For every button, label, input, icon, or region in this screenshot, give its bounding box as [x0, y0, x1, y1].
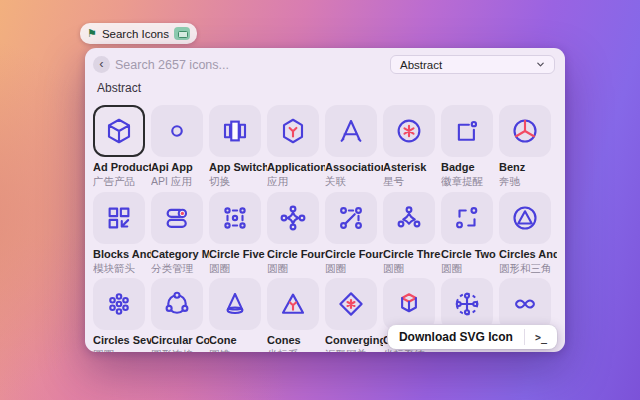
icon-cell-circle-two-line: Circle Two L...圆圈 [441, 192, 499, 279]
icon-search-panel: ‹ Search 2657 icons... Abstract Abstract… [85, 48, 565, 352]
terminal-prompt-icon[interactable]: >_ [525, 325, 557, 349]
cross-ring-icon [452, 289, 482, 319]
association-icon [336, 116, 366, 146]
icon-cell-cone: Cone圆锥 [209, 278, 267, 352]
icon-cell-circle-five-line: Circle Five L...圆圈 [209, 192, 267, 279]
icon-card-circles-and-triangles[interactable] [499, 192, 551, 244]
icon-cell-application: Application...应用 [267, 105, 325, 192]
icon-label-zh: 模块箭头 [93, 262, 151, 275]
icon-cell-circles-and-triangles: Circles And...圆形和三角 [499, 192, 557, 279]
icon-card-circle-three[interactable] [383, 192, 435, 244]
circular-connection-icon [162, 289, 192, 319]
coordinate-system-icon [394, 289, 424, 319]
icon-card-category-management[interactable] [151, 192, 203, 244]
icon-label-zh: 星号 [383, 175, 441, 188]
icon-label: Cones [267, 334, 325, 347]
icon-card-circle-two-line[interactable] [441, 192, 493, 244]
icon-card-benz[interactable] [499, 105, 551, 157]
icon-card-blocks-and-arrows[interactable] [93, 192, 145, 244]
converging-gateway-icon [336, 289, 366, 319]
icon-cell-circle-four: Circle Four圆圈 [267, 192, 325, 279]
search-input[interactable]: Search 2657 icons... [115, 58, 229, 72]
icon-card-asterisk[interactable] [383, 105, 435, 157]
icon-card-cone[interactable] [209, 278, 261, 330]
circle-three-icon [394, 203, 424, 233]
icon-label-zh: 圆锥 [209, 348, 267, 352]
icon-cell-circles-seven: Circles Seven圆圈 [93, 278, 151, 352]
icon-card-circular-connection[interactable] [151, 278, 203, 330]
flag-icon: ⚑ [87, 28, 97, 39]
icon-label: Circle Two L... [441, 248, 499, 261]
icon-label: Circle Five L... [209, 248, 267, 261]
icon-label: Category M... [151, 248, 209, 261]
circle-five-line-icon [220, 203, 250, 233]
ad-product-icon [104, 116, 134, 146]
cones-icon [278, 289, 308, 319]
api-app-icon [162, 116, 192, 146]
icon-card-badge[interactable] [441, 105, 493, 157]
icon-card-converging-gateway[interactable] [325, 278, 377, 330]
category-dropdown-value: Abstract [400, 59, 442, 71]
icon-card-circle-four-line[interactable] [325, 192, 377, 244]
benz-icon [510, 116, 540, 146]
icon-card-cones[interactable] [267, 278, 319, 330]
icon-card-app-switch[interactable] [209, 105, 261, 157]
icon-label-zh: 徽章提醒 [441, 175, 499, 188]
icon-label: Converging... [325, 334, 383, 347]
section-title: Abstract [97, 81, 141, 95]
icon-card-circle-five-line[interactable] [209, 192, 261, 244]
circles-seven-icon [104, 289, 134, 319]
icon-label: Badge [441, 161, 499, 174]
icon-card-coordinate-system[interactable] [383, 278, 435, 330]
icon-label: Ad Product [93, 161, 151, 174]
icon-cell-category-management: Category M...分类管理 [151, 192, 209, 279]
mobius-icon [510, 289, 540, 319]
chevron-down-icon [536, 60, 545, 69]
icon-label-zh: API 应用 [151, 175, 209, 188]
icon-card-circles-seven[interactable] [93, 278, 145, 330]
icon-label: App Switch [209, 161, 267, 174]
icon-cell-benz: Benz奔驰 [499, 105, 557, 192]
icon-card-association[interactable] [325, 105, 377, 157]
icon-label: Cone [209, 334, 267, 347]
icon-label-zh: 圆圈 [93, 348, 151, 352]
icon-card-mobius[interactable] [499, 278, 551, 330]
download-svg-button[interactable]: Download SVG Icon >_ [388, 325, 557, 349]
icon-cell-api-app: Api AppAPI 应用 [151, 105, 209, 192]
icon-label: Asterisk [383, 161, 441, 174]
icon-cell-ad-product: Ad Product广告产品 [93, 105, 151, 192]
icon-cell-blocks-and-arrows: Blocks And...模块箭头 [93, 192, 151, 279]
icon-label: Circle Four [267, 248, 325, 261]
circle-four-icon [278, 203, 308, 233]
icon-cell-circular-connection: Circular Con...圆形连接 [151, 278, 209, 352]
icon-label-zh: 圆形和三角 [499, 262, 557, 275]
icon-card-circle-four[interactable] [267, 192, 319, 244]
icon-card-application[interactable] [267, 105, 319, 157]
icon-card-api-app[interactable] [151, 105, 203, 157]
icon-cell-cones: Cones坐标系 [267, 278, 325, 352]
circle-four-line-icon [336, 203, 366, 233]
icon-cell-circle-three: Circle Three圆圈 [383, 192, 441, 279]
cone-icon [220, 289, 250, 319]
search-icons-tag[interactable]: ⚑ Search Icons [80, 23, 197, 44]
icon-label-zh: 关联 [325, 175, 383, 188]
application-icon [278, 116, 308, 146]
icon-label: Association [325, 161, 383, 174]
icon-cell-asterisk: Asterisk星号 [383, 105, 441, 192]
badge-icon [452, 116, 482, 146]
back-button[interactable]: ‹ [93, 56, 110, 73]
icon-label-zh: 切换 [209, 175, 267, 188]
icon-label-zh: 奔驰 [499, 175, 557, 188]
green-app-icon [174, 27, 190, 40]
icon-card-ad-product[interactable] [93, 105, 145, 157]
icon-label: Blocks And... [93, 248, 151, 261]
icon-label-zh: 圆圈 [267, 262, 325, 275]
icon-label-zh: 圆圈 [325, 262, 383, 275]
category-dropdown[interactable]: Abstract [390, 55, 555, 74]
icon-cell-converging-gateway: Converging...汇聚网关 [325, 278, 383, 352]
icon-label: Circle Three [383, 248, 441, 261]
icon-card-cross-ring[interactable] [441, 278, 493, 330]
asterisk-icon [394, 116, 424, 146]
icon-label-zh: 圆形连接 [151, 348, 209, 352]
icon-label-zh: 广告产品 [93, 175, 151, 188]
